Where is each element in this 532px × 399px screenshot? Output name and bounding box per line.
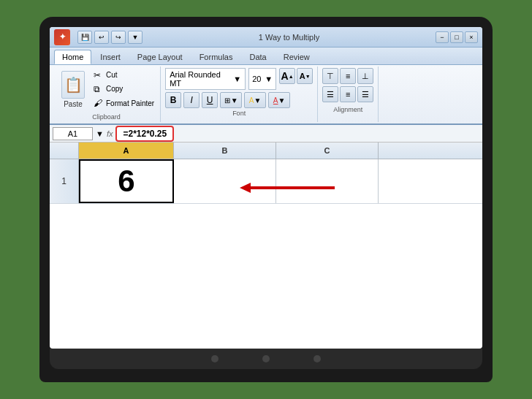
table-row: 1 6	[50, 159, 482, 204]
format-painter-icon: 🖌	[94, 98, 104, 108]
align-top-row: ⊤ ≡ ⊥	[322, 68, 373, 84]
borders-button[interactable]: ⊞▼	[220, 92, 242, 108]
font-size-value: 20	[252, 75, 261, 83]
align-right-icon: ☰	[362, 90, 369, 99]
align-bottom-row: ☰ ≡ ☰	[322, 86, 373, 102]
align-top-button[interactable]: ⊤	[322, 68, 338, 84]
close-button[interactable]: ×	[465, 31, 478, 43]
increase-font-size-button[interactable]: A▲	[279, 68, 295, 84]
title-bar: ✦ 💾 ↩ ↪ ▼ 1 Way to Multiply − □ ×	[50, 27, 482, 48]
more-button[interactable]: ▼	[128, 31, 142, 44]
column-header-c[interactable]: C	[276, 142, 379, 159]
formula-bar: A1 ▼ fx =2*12*0.25	[50, 125, 482, 142]
increase-font-icon: A	[281, 70, 289, 82]
align-middle-button[interactable]: ≡	[340, 68, 356, 84]
font-size-dropdown-icon: ▼	[265, 75, 273, 83]
cell-reference-box[interactable]: A1	[53, 127, 93, 140]
bold-icon: B	[170, 95, 177, 105]
clipboard-group: 📋 Paste ✂ Cut ⧉ Copy	[53, 66, 161, 122]
clipboard-actions: ✂ Cut ⧉ Copy 🖌 Format Painter	[92, 68, 156, 110]
align-left-button[interactable]: ☰	[322, 86, 338, 102]
align-middle-icon: ≡	[346, 72, 350, 80]
cell-ref-dropdown-icon: ▼	[96, 129, 104, 138]
laptop-base	[50, 349, 482, 369]
tab-home[interactable]: Home	[54, 50, 91, 64]
maximize-button[interactable]: □	[450, 31, 463, 43]
tab-page-layout[interactable]: Page Layout	[129, 50, 191, 64]
font-name-value: Arial Rounded MT	[170, 70, 233, 88]
font-group: Arial Rounded MT ▼ 20 ▼ A▲ A▼	[161, 66, 318, 122]
tab-insert[interactable]: Insert	[92, 50, 129, 64]
tab-data[interactable]: Data	[241, 50, 274, 64]
align-top-icon: ⊤	[327, 72, 334, 81]
highlight-button[interactable]: A▼	[244, 92, 266, 108]
font-color-icon: A	[273, 96, 278, 104]
fx-label: fx	[107, 129, 113, 138]
align-center-button[interactable]: ≡	[340, 86, 356, 102]
borders-dropdown: ▼	[231, 96, 238, 104]
alignment-group: ⊤ ≡ ⊥ ☰ ≡ ☰ Alignment	[318, 66, 379, 122]
borders-icon: ⊞	[224, 96, 230, 104]
screen: ✦ 💾 ↩ ↪ ▼ 1 Way to Multiply − □ × Home	[50, 27, 482, 349]
decrease-font-size-button[interactable]: A▼	[297, 68, 313, 84]
ribbon-content: 📋 Paste ✂ Cut ⧉ Copy	[50, 65, 482, 125]
paste-label: Paste	[64, 100, 83, 108]
align-left-icon: ☰	[327, 90, 334, 99]
font-size-selector[interactable]: 20 ▼	[248, 68, 276, 90]
highlight-icon: A	[249, 96, 254, 104]
formula-display[interactable]: =2*12*0.25	[115, 126, 174, 142]
minimize-button[interactable]: −	[436, 31, 449, 43]
column-header-a[interactable]: A	[79, 142, 174, 159]
align-bottom-button[interactable]: ⊥	[357, 68, 373, 84]
cut-button[interactable]: ✂ Cut	[92, 69, 156, 81]
copy-button[interactable]: ⧉ Copy	[92, 83, 156, 95]
excel-app: ✦ 💾 ↩ ↪ ▼ 1 Way to Multiply − □ × Home	[50, 27, 482, 349]
column-header-b[interactable]: B	[174, 142, 276, 159]
font-name-selector[interactable]: Arial Rounded MT ▼	[165, 68, 246, 90]
paste-icon: 📋	[61, 71, 85, 99]
italic-button[interactable]: I	[183, 92, 200, 108]
save-button[interactable]: 💾	[77, 31, 92, 44]
font-group-label: Font	[165, 108, 313, 117]
tab-formulas[interactable]: Formulas	[191, 50, 241, 64]
undo-button[interactable]: ↩	[94, 31, 109, 44]
align-right-button[interactable]: ☰	[357, 86, 373, 102]
copy-icon: ⧉	[94, 84, 104, 94]
paste-button[interactable]: 📋 Paste	[57, 68, 89, 110]
base-dot-center	[262, 355, 270, 362]
font-top-row: Arial Rounded MT ▼ 20 ▼ A▲ A▼	[165, 68, 313, 90]
italic-icon: I	[190, 95, 192, 105]
font-color-button[interactable]: A▼	[268, 92, 290, 108]
font-name-dropdown-icon: ▼	[233, 75, 241, 83]
copy-label: Copy	[106, 85, 123, 93]
bold-button[interactable]: B	[165, 92, 181, 108]
alignment-label: Alignment	[322, 104, 373, 113]
format-painter-button[interactable]: 🖌 Format Painter	[92, 97, 156, 109]
cell-b1[interactable]	[174, 159, 276, 203]
window-controls: − □ ×	[436, 31, 478, 43]
base-dot-right	[314, 355, 321, 362]
clipboard-group-content: 📋 Paste ✂ Cut ⧉ Copy	[57, 68, 156, 112]
cell-a1[interactable]: 6	[79, 159, 174, 203]
format-painter-label: Format Painter	[106, 99, 154, 107]
align-bottom-icon: ⊥	[362, 72, 369, 81]
formula-dropdown[interactable]: ▼	[96, 129, 104, 138]
window-title: 1 Way to Multiply	[142, 33, 436, 42]
font-color-dropdown: ▼	[278, 96, 286, 104]
tab-review[interactable]: Review	[276, 50, 318, 64]
cut-icon: ✂	[94, 70, 104, 80]
decrease-font-icon: A	[300, 72, 305, 80]
font-size-buttons: A▲ A▼	[279, 68, 313, 90]
ribbon-tabs: Home Insert Page Layout Formulas Data Re…	[50, 48, 482, 65]
highlight-dropdown: ▼	[254, 96, 262, 104]
office-logo: ✦	[54, 29, 70, 45]
font-bottom-row: B I U ⊞▼ A▼	[165, 92, 313, 108]
column-headers: A B C	[50, 142, 482, 159]
cell-a1-value: 6	[118, 164, 134, 199]
cell-c1[interactable]	[276, 159, 379, 203]
underline-button[interactable]: U	[202, 92, 218, 108]
base-dot-left	[211, 355, 218, 362]
clipboard-label: Clipboard	[57, 112, 156, 121]
quick-access-toolbar: 💾 ↩ ↪ ▼	[77, 31, 142, 44]
redo-button[interactable]: ↪	[111, 31, 126, 44]
